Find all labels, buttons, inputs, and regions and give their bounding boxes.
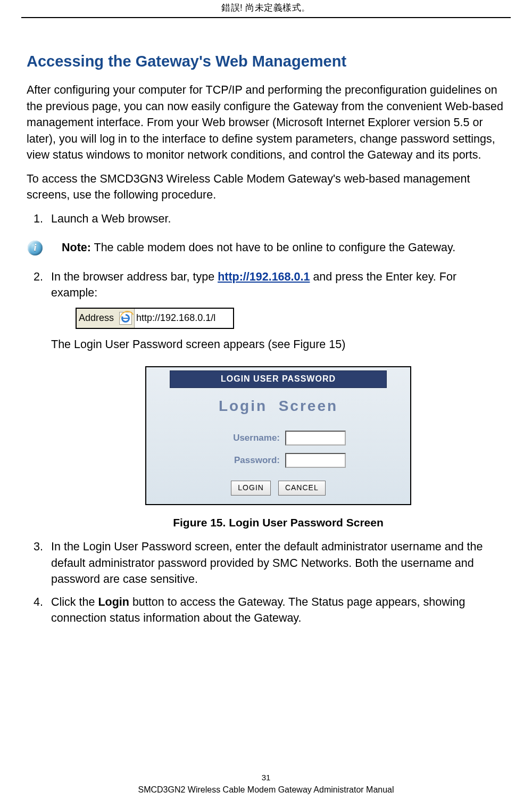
note-text: Note: The cable modem does not have to b… (50, 240, 455, 256)
intro-paragraph-2: To access the SMCD3GN3 Wireless Cable Mo… (27, 171, 505, 203)
note-block: Note: The cable modem does not have to b… (28, 240, 505, 256)
address-bar-input[interactable]: http://192.168.0.1/l (134, 309, 233, 328)
button-row: LOGIN CANCEL (146, 475, 410, 504)
gateway-url-link[interactable]: http://192.168.0.1 (218, 270, 310, 283)
login-title-bar: LOGIN USER PASSWORD (170, 370, 387, 388)
procedure-list: Launch a Web browser. Note: The cable mo… (27, 211, 505, 626)
cancel-button[interactable]: CANCEL (278, 481, 326, 496)
step-4: Click the Login button to access the Gat… (27, 594, 505, 626)
content-area: Accessing the Gateway's Web Management A… (0, 18, 532, 626)
password-row: Password: (146, 453, 410, 468)
step-1: Launch a Web browser. Note: The cable mo… (27, 211, 505, 256)
manual-title: SMCD3GN2 Wireless Cable Modem Gateway Ad… (0, 785, 532, 795)
login-button[interactable]: LOGIN (231, 481, 271, 496)
ie-icon (119, 312, 132, 325)
address-bar: Address http://192.168.0.1/l (76, 308, 234, 329)
page: 錯誤! 尚未定義樣式。 Accessing the Gateway's Web … (0, 0, 532, 800)
username-input[interactable] (285, 431, 346, 446)
username-label: Username: (211, 432, 280, 444)
step-2-prefix: In the browser address bar, type (51, 270, 218, 283)
step-1-text: Launch a Web browser. (51, 212, 171, 225)
step-2: In the browser address bar, type http://… (27, 269, 505, 531)
figure-caption: Figure 15. Login User Password Screen (51, 515, 505, 531)
address-bar-figure: Address http://192.168.0.1/l (76, 308, 505, 329)
step-3: In the Login User Password screen, enter… (27, 539, 505, 588)
note-body: The cable modem does not have to be onli… (91, 241, 455, 254)
step-4-bold: Login (98, 596, 129, 608)
login-figure: LOGIN USER PASSWORD Login Screen Usernam… (145, 366, 411, 505)
login-box: LOGIN USER PASSWORD Login Screen Usernam… (145, 366, 411, 505)
step-4-prefix: Click the (51, 596, 98, 608)
password-input[interactable] (285, 453, 346, 468)
password-label: Password: (211, 454, 280, 467)
section-heading: Accessing the Gateway's Web Management (27, 53, 505, 70)
page-number: 31 (0, 773, 532, 782)
login-heading: Login Screen (146, 395, 410, 417)
step-3-text: In the Login User Password screen, enter… (51, 540, 483, 585)
login-heading-a: Login (219, 395, 267, 417)
page-header-error: 錯誤! 尚未定義樣式。 (0, 0, 532, 14)
intro-paragraph-1: After configuring your computer for TCP/… (27, 82, 505, 163)
step-2-after: The Login User Password screen appears (… (51, 336, 505, 353)
info-icon (28, 241, 43, 255)
note-label: Note: (62, 241, 91, 254)
page-footer: 31 SMCD3GN2 Wireless Cable Modem Gateway… (0, 773, 532, 795)
login-heading-b: Screen (279, 395, 338, 417)
address-bar-label: Address (77, 311, 117, 325)
username-row: Username: (146, 431, 410, 446)
